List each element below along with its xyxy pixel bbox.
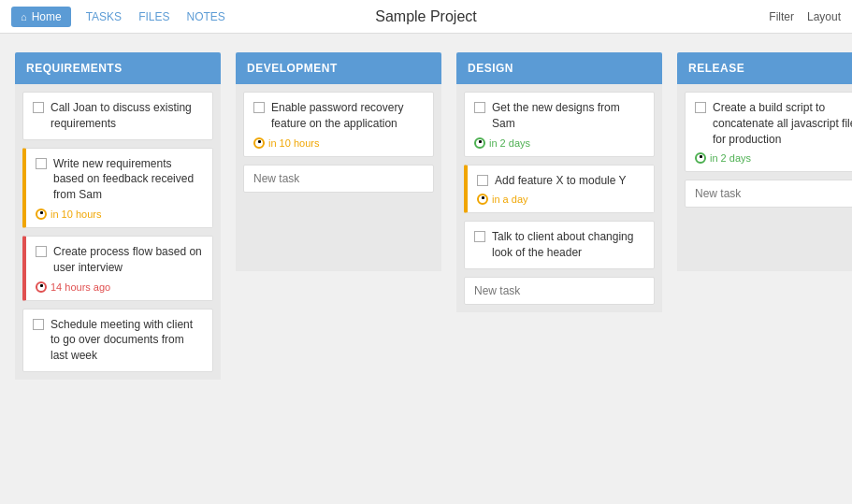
task-time: in a day [477, 194, 644, 205]
nav-tasks[interactable]: TASKS [86, 10, 122, 23]
clock-icon [36, 209, 47, 220]
time-label: in 2 days [710, 152, 751, 164]
task-card: Enable password recovery feature on the … [243, 92, 434, 157]
column-release: RELEASE Create a build script to concate… [677, 52, 852, 271]
column-design: DESIGN Get the new designs from Sam in 2… [456, 52, 662, 312]
task-text: Add feature X to module Y [495, 173, 627, 189]
time-label: 14 hours ago [51, 281, 110, 293]
task-text: Call Joan to discuss existing requiremen… [51, 100, 203, 132]
nav-notes[interactable]: NOTES [187, 10, 225, 23]
new-task-input[interactable] [685, 180, 852, 208]
column-development: DEVELOPMENT Enable password recovery fea… [236, 52, 441, 271]
time-label: in 2 days [489, 137, 530, 149]
time-label: in 10 hours [268, 137, 319, 149]
nav-links: TASKS FILES NOTES [86, 10, 225, 23]
task-card: Write new requirements based on feedback… [22, 148, 213, 228]
task-checkbox[interactable] [253, 102, 265, 113]
column-body-requirements: Call Joan to discuss existing requiremen… [15, 84, 221, 380]
time-label: in a day [492, 194, 528, 205]
task-time: in 10 hours [253, 137, 424, 149]
board: REQUIREMENTS Call Joan to discuss existi… [0, 34, 852, 398]
new-task-input[interactable] [464, 277, 655, 305]
task-checkbox[interactable] [474, 102, 485, 113]
column-header-design: DESIGN [456, 52, 662, 84]
task-time: in 2 days [474, 137, 644, 149]
task-text: Get the new designs from Sam [492, 100, 644, 132]
home-icon: ⌂ [21, 11, 27, 22]
layout-button[interactable]: Layout [807, 10, 841, 23]
task-text: Schedule meeting with client to go over … [51, 317, 203, 364]
clock-icon [477, 194, 488, 205]
task-checkbox[interactable] [36, 158, 47, 169]
task-card: Get the new designs from Sam in 2 days [464, 92, 655, 157]
new-task-input[interactable] [243, 165, 434, 193]
column-body-development: Enable password recovery feature on the … [236, 84, 441, 271]
home-label: Home [32, 10, 62, 23]
task-text: Create process flow based on user interv… [53, 244, 203, 276]
task-text: Talk to client about changing look of th… [492, 229, 644, 261]
task-checkbox[interactable] [695, 102, 706, 113]
clock-icon [36, 281, 47, 293]
task-card: Schedule meeting with client to go over … [22, 309, 213, 372]
column-header-development: DEVELOPMENT [236, 52, 441, 84]
task-checkbox[interactable] [474, 231, 485, 242]
column-body-release: Create a build script to concatenate all… [677, 84, 852, 271]
column-header-requirements: REQUIREMENTS [15, 52, 221, 84]
task-card: Create a build script to concatenate all… [685, 92, 852, 172]
nav-files[interactable]: FILES [138, 10, 169, 23]
home-button[interactable]: ⌂ Home [11, 7, 71, 27]
task-checkbox[interactable] [33, 319, 44, 330]
filter-button[interactable]: Filter [769, 10, 794, 23]
column-requirements: REQUIREMENTS Call Joan to discuss existi… [15, 52, 221, 380]
clock-icon [695, 152, 706, 164]
time-label: in 10 hours [51, 209, 101, 220]
task-time: in 10 hours [36, 209, 203, 220]
page-title: Sample Project [375, 8, 477, 25]
task-card: Call Joan to discuss existing requiremen… [22, 92, 213, 140]
task-card: Talk to client about changing look of th… [464, 221, 655, 269]
task-card: Add feature X to module Y in a day [464, 165, 655, 214]
clock-icon [474, 137, 485, 149]
clock-icon [253, 137, 265, 149]
task-text: Write new requirements based on feedback… [53, 156, 203, 203]
task-time: 14 hours ago [36, 281, 203, 293]
task-checkbox[interactable] [33, 102, 44, 113]
top-nav: ⌂ Home TASKS FILES NOTES Sample Project … [0, 0, 852, 34]
column-body-design: Get the new designs from Sam in 2 days A… [456, 84, 662, 312]
task-text: Enable password recovery feature on the … [271, 100, 424, 132]
task-text: Create a build script to concatenate all… [713, 100, 852, 147]
task-card: Create process flow based on user interv… [22, 236, 213, 301]
column-header-release: RELEASE [677, 52, 852, 84]
task-time: in 2 days [695, 152, 852, 164]
task-checkbox[interactable] [36, 246, 47, 257]
task-checkbox[interactable] [477, 175, 488, 186]
top-actions: Filter Layout [769, 10, 841, 23]
